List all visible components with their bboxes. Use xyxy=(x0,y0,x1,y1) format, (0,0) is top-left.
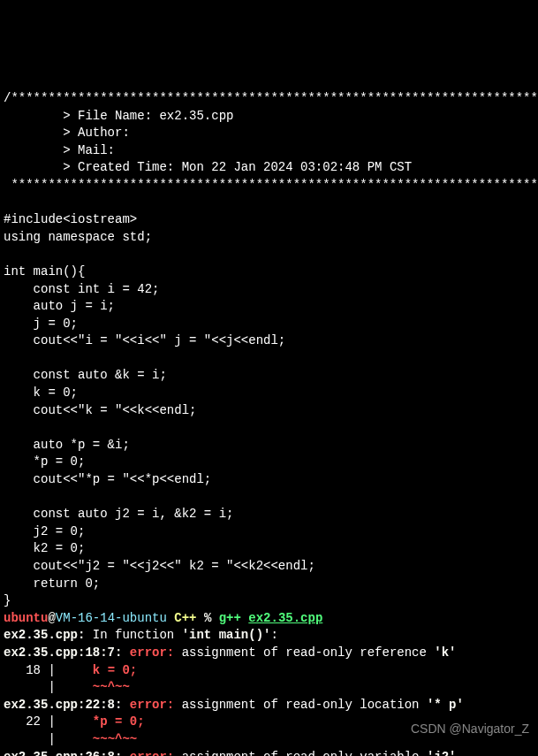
shell-prompt[interactable]: ubuntu@VM-16-14-ubuntu C++ % g++ ex2.35.… xyxy=(4,611,322,625)
prompt-host: VM-16-14-ubuntu xyxy=(56,611,167,625)
code-line: const auto j2 = i, &k2 = i; xyxy=(4,507,233,521)
error-line-1: ex2.35.cpp:18:7: error: assignment of re… xyxy=(4,645,457,660)
file-name-line: > File Name: ex2.35.cpp xyxy=(4,109,233,123)
mail-line: > Mail: xyxy=(4,143,115,157)
code-line: j = 0; xyxy=(4,317,78,331)
error-context: ex2.35.cpp: In function 'int main()': xyxy=(4,628,278,642)
code-line: auto *p = &i; xyxy=(4,438,130,452)
code-main: int main(){ xyxy=(4,264,85,279)
code-line: j2 = 0; xyxy=(4,524,85,538)
code-line: const int i = 42; xyxy=(4,282,159,296)
code-using: using namespace std; xyxy=(4,230,152,244)
error-line-3: ex2.35.cpp:26:8: error: assignment of re… xyxy=(4,750,457,756)
comment-border-top: /***************************************… xyxy=(4,91,538,105)
error-snippet: 18 | k = 0; xyxy=(4,663,137,677)
code-line: k2 = 0; xyxy=(4,541,85,555)
code-line: return 0; xyxy=(4,577,100,591)
code-line: k = 0; xyxy=(4,386,78,400)
error-caret: | ~~^~~ xyxy=(4,680,130,694)
code-line: auto j = i; xyxy=(4,299,115,313)
code-close: } xyxy=(4,593,11,607)
prompt-sep: % xyxy=(204,611,219,625)
code-line: *p = 0; xyxy=(4,454,85,469)
prompt-file: ex2.35.cpp xyxy=(248,611,322,625)
code-include: #include<iostream> xyxy=(4,212,137,226)
code-line: cout<<"k = "<<k<<endl; xyxy=(4,403,196,417)
prompt-dir: C++ xyxy=(167,611,204,625)
comment-border-bottom: ****************************************… xyxy=(4,178,538,192)
created-time-line: > Created Time: Mon 22 Jan 2024 03:02:48… xyxy=(4,160,412,174)
author-line: > Author: xyxy=(4,126,130,140)
code-line: cout<<"i = "<<i<<" j = "<<j<<endl; xyxy=(4,333,285,347)
prompt-at: @ xyxy=(48,611,55,625)
error-snippet: 22 | *p = 0; xyxy=(4,714,145,729)
watermark: CSDN @Navigator_Z xyxy=(411,721,529,738)
error-caret: | ~~~^~~ xyxy=(4,732,137,746)
error-line-2: ex2.35.cpp:22:8: error: assignment of re… xyxy=(4,698,464,712)
prompt-cmd: g++ xyxy=(219,611,249,625)
terminal-output: /***************************************… xyxy=(4,73,534,756)
prompt-user: ubuntu xyxy=(4,611,48,625)
code-line: const auto &k = i; xyxy=(4,368,167,382)
code-line: cout<<"j2 = "<<j2<<" k2 = "<<k2<<endl; xyxy=(4,559,315,573)
code-line: cout<<"*p = "<<*p<<endl; xyxy=(4,472,211,486)
